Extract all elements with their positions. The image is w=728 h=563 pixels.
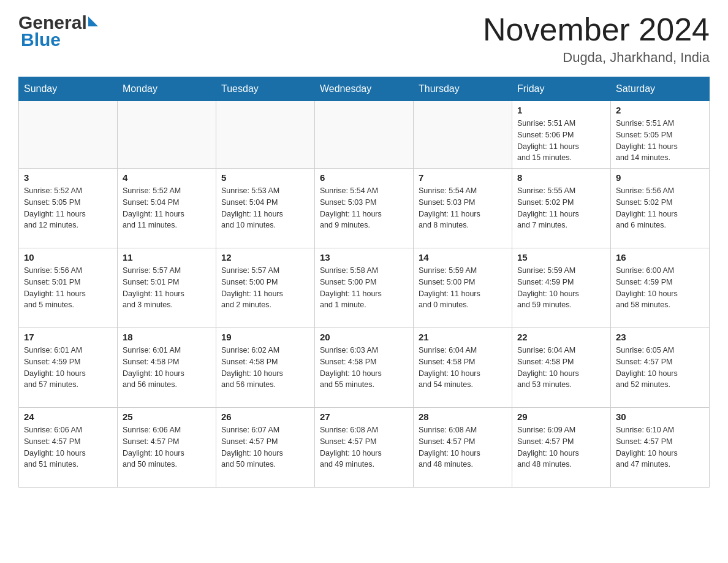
calendar-header-row: SundayMondayTuesdayWednesdayThursdayFrid… — [19, 77, 710, 101]
calendar-cell: 23Sunrise: 6:05 AMSunset: 4:57 PMDayligh… — [611, 328, 710, 408]
header-day-thursday: Thursday — [414, 77, 512, 101]
day-number: 13 — [320, 252, 408, 262]
calendar-cell: 11Sunrise: 5:57 AMSunset: 5:01 PMDayligh… — [118, 248, 216, 328]
day-number: 15 — [517, 252, 605, 262]
calendar-cell: 24Sunrise: 6:06 AMSunset: 4:57 PMDayligh… — [19, 408, 118, 488]
day-number: 27 — [320, 412, 408, 422]
header-day-saturday: Saturday — [611, 77, 710, 101]
header: General Blue November 2024 Dugda, Jharkh… — [18, 12, 710, 66]
day-number: 2 — [616, 105, 704, 115]
day-info: Sunrise: 5:53 AMSunset: 5:04 PMDaylight:… — [221, 185, 309, 231]
calendar-cell — [216, 101, 315, 169]
day-number: 19 — [221, 332, 309, 342]
day-number: 26 — [221, 412, 309, 422]
day-info: Sunrise: 6:09 AMSunset: 4:57 PMDaylight:… — [517, 424, 605, 470]
day-number: 6 — [320, 172, 408, 183]
calendar-cell: 9Sunrise: 5:56 AMSunset: 5:02 PMDaylight… — [611, 169, 710, 248]
calendar-cell: 16Sunrise: 6:00 AMSunset: 4:59 PMDayligh… — [611, 248, 710, 328]
day-info: Sunrise: 5:56 AMSunset: 5:01 PMDaylight:… — [24, 265, 112, 311]
header-day-monday: Monday — [118, 77, 216, 101]
calendar-cell: 19Sunrise: 6:02 AMSunset: 4:58 PMDayligh… — [216, 328, 315, 408]
day-number: 4 — [123, 172, 211, 183]
day-number: 24 — [24, 412, 112, 422]
day-info: Sunrise: 5:54 AMSunset: 5:03 PMDaylight:… — [419, 185, 507, 231]
header-day-sunday: Sunday — [19, 77, 118, 101]
header-day-friday: Friday — [512, 77, 611, 101]
day-number: 25 — [123, 412, 211, 422]
day-number: 17 — [24, 332, 112, 342]
calendar-week-row: 17Sunrise: 6:01 AMSunset: 4:59 PMDayligh… — [19, 328, 710, 408]
day-number: 22 — [517, 332, 605, 342]
day-number: 18 — [123, 332, 211, 342]
day-number: 21 — [419, 332, 507, 342]
calendar-cell: 8Sunrise: 5:55 AMSunset: 5:02 PMDaylight… — [512, 169, 611, 248]
calendar-cell: 14Sunrise: 5:59 AMSunset: 5:00 PMDayligh… — [414, 248, 512, 328]
calendar-cell: 29Sunrise: 6:09 AMSunset: 4:57 PMDayligh… — [512, 408, 611, 488]
day-number: 29 — [517, 412, 605, 422]
logo-arrow-icon — [88, 17, 98, 26]
calendar-week-row: 24Sunrise: 6:06 AMSunset: 4:57 PMDayligh… — [19, 408, 710, 488]
day-info: Sunrise: 5:56 AMSunset: 5:02 PMDaylight:… — [616, 185, 704, 231]
header-day-wednesday: Wednesday — [315, 77, 414, 101]
day-number: 14 — [419, 252, 507, 262]
day-info: Sunrise: 6:06 AMSunset: 4:57 PMDaylight:… — [123, 424, 211, 470]
calendar-table: SundayMondayTuesdayWednesdayThursdayFrid… — [18, 77, 710, 488]
day-info: Sunrise: 6:02 AMSunset: 4:58 PMDaylight:… — [221, 345, 309, 391]
calendar-cell — [414, 101, 512, 169]
calendar-cell: 12Sunrise: 5:57 AMSunset: 5:00 PMDayligh… — [216, 248, 315, 328]
day-info: Sunrise: 5:57 AMSunset: 5:01 PMDaylight:… — [123, 265, 211, 311]
day-number: 9 — [616, 172, 704, 183]
day-number: 20 — [320, 332, 408, 342]
day-info: Sunrise: 6:01 AMSunset: 4:58 PMDaylight:… — [123, 345, 211, 391]
day-info: Sunrise: 5:55 AMSunset: 5:02 PMDaylight:… — [517, 185, 605, 231]
day-info: Sunrise: 5:59 AMSunset: 4:59 PMDaylight:… — [517, 265, 605, 311]
calendar-cell: 10Sunrise: 5:56 AMSunset: 5:01 PMDayligh… — [19, 248, 118, 328]
calendar-cell: 27Sunrise: 6:08 AMSunset: 4:57 PMDayligh… — [315, 408, 414, 488]
day-number: 16 — [616, 252, 704, 262]
day-info: Sunrise: 5:52 AMSunset: 5:05 PMDaylight:… — [24, 185, 112, 231]
day-info: Sunrise: 6:05 AMSunset: 4:57 PMDaylight:… — [616, 345, 704, 391]
calendar-week-row: 10Sunrise: 5:56 AMSunset: 5:01 PMDayligh… — [19, 248, 710, 328]
calendar-cell: 7Sunrise: 5:54 AMSunset: 5:03 PMDaylight… — [414, 169, 512, 248]
day-number: 11 — [123, 252, 211, 262]
day-info: Sunrise: 6:01 AMSunset: 4:59 PMDaylight:… — [24, 345, 112, 391]
day-info: Sunrise: 5:52 AMSunset: 5:04 PMDaylight:… — [123, 185, 211, 231]
calendar-cell: 6Sunrise: 5:54 AMSunset: 5:03 PMDaylight… — [315, 169, 414, 248]
day-info: Sunrise: 5:51 AMSunset: 5:06 PMDaylight:… — [517, 118, 605, 164]
calendar-cell: 2Sunrise: 5:51 AMSunset: 5:05 PMDaylight… — [611, 101, 710, 169]
calendar-cell: 4Sunrise: 5:52 AMSunset: 5:04 PMDaylight… — [118, 169, 216, 248]
calendar-cell: 26Sunrise: 6:07 AMSunset: 4:57 PMDayligh… — [216, 408, 315, 488]
day-number: 3 — [24, 172, 112, 183]
day-info: Sunrise: 6:03 AMSunset: 4:58 PMDaylight:… — [320, 345, 408, 391]
day-info: Sunrise: 5:54 AMSunset: 5:03 PMDaylight:… — [320, 185, 408, 231]
day-info: Sunrise: 6:06 AMSunset: 4:57 PMDaylight:… — [24, 424, 112, 470]
day-info: Sunrise: 5:51 AMSunset: 5:05 PMDaylight:… — [616, 118, 704, 164]
day-info: Sunrise: 6:08 AMSunset: 4:57 PMDaylight:… — [419, 424, 507, 470]
day-number: 5 — [221, 172, 309, 183]
day-number: 28 — [419, 412, 507, 422]
day-info: Sunrise: 6:04 AMSunset: 4:58 PMDaylight:… — [517, 345, 605, 391]
calendar-cell: 30Sunrise: 6:10 AMSunset: 4:57 PMDayligh… — [611, 408, 710, 488]
calendar-title: November 2024 — [483, 12, 710, 47]
day-info: Sunrise: 6:04 AMSunset: 4:58 PMDaylight:… — [419, 345, 507, 391]
calendar-cell: 21Sunrise: 6:04 AMSunset: 4:58 PMDayligh… — [414, 328, 512, 408]
calendar-title-section: November 2024 Dugda, Jharkhand, India — [483, 12, 710, 66]
calendar-cell: 5Sunrise: 5:53 AMSunset: 5:04 PMDaylight… — [216, 169, 315, 248]
day-number: 12 — [221, 252, 309, 262]
calendar-week-row: 3Sunrise: 5:52 AMSunset: 5:05 PMDaylight… — [19, 169, 710, 248]
day-info: Sunrise: 5:59 AMSunset: 5:00 PMDaylight:… — [419, 265, 507, 311]
calendar-cell: 1Sunrise: 5:51 AMSunset: 5:06 PMDaylight… — [512, 101, 611, 169]
day-info: Sunrise: 5:58 AMSunset: 5:00 PMDaylight:… — [320, 265, 408, 311]
day-info: Sunrise: 5:57 AMSunset: 5:00 PMDaylight:… — [221, 265, 309, 311]
day-number: 8 — [517, 172, 605, 183]
header-day-tuesday: Tuesday — [216, 77, 315, 101]
logo: General Blue — [18, 12, 98, 50]
day-info: Sunrise: 6:07 AMSunset: 4:57 PMDaylight:… — [221, 424, 309, 470]
day-info: Sunrise: 6:08 AMSunset: 4:57 PMDaylight:… — [320, 424, 408, 470]
calendar-subtitle: Dugda, Jharkhand, India — [483, 50, 710, 66]
calendar-cell: 13Sunrise: 5:58 AMSunset: 5:00 PMDayligh… — [315, 248, 414, 328]
calendar-cell: 15Sunrise: 5:59 AMSunset: 4:59 PMDayligh… — [512, 248, 611, 328]
day-info: Sunrise: 6:00 AMSunset: 4:59 PMDaylight:… — [616, 265, 704, 311]
calendar-cell: 25Sunrise: 6:06 AMSunset: 4:57 PMDayligh… — [118, 408, 216, 488]
calendar-cell — [19, 101, 118, 169]
